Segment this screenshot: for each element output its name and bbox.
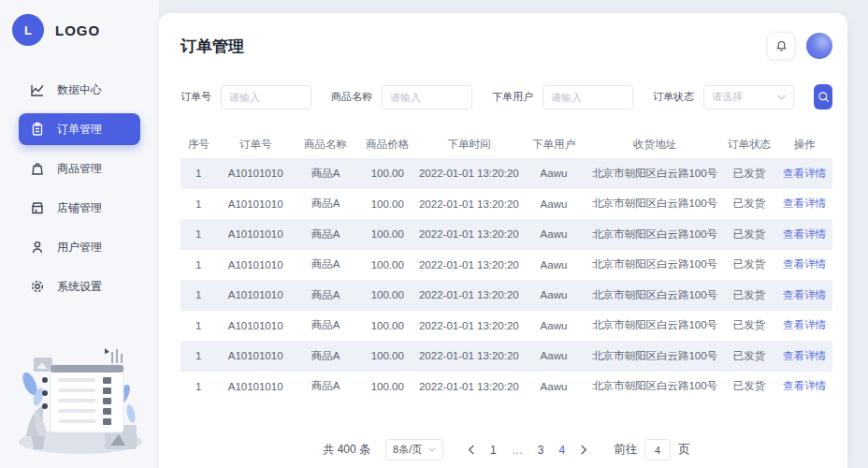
page-number-1[interactable]: 1 bbox=[483, 444, 504, 457]
jump-label: 前往 bbox=[614, 442, 637, 458]
cell-address: 北京市朝阳区白云路100号 bbox=[588, 219, 722, 250]
user-avatar[interactable] bbox=[806, 33, 832, 59]
cell-index: 1 bbox=[181, 311, 216, 342]
column-header: 订单状态 bbox=[721, 130, 776, 158]
cell-product-price: 100.00 bbox=[356, 372, 418, 402]
cell-address: 北京市朝阳区白云路100号 bbox=[588, 158, 722, 189]
sidebar-item-data-center[interactable]: 数据中心 bbox=[19, 74, 140, 106]
cell-order-time: 2022-01-01 13:20:20 bbox=[418, 372, 519, 402]
main-content: 订单管理 订单号 商品名称 下单用户 bbox=[159, 13, 847, 468]
sidebar-item-order-management[interactable]: 订单管理 bbox=[19, 113, 140, 145]
cell-order-no: A10101010 bbox=[216, 250, 295, 281]
sidebar-item-user-management[interactable]: 用户管理 bbox=[19, 231, 140, 263]
cell-product-price: 100.00 bbox=[356, 250, 418, 281]
sidebar-item-store-management[interactable]: 店铺管理 bbox=[19, 192, 140, 224]
cell-action: 查看详情 bbox=[777, 341, 832, 372]
gear-icon bbox=[30, 279, 45, 294]
sidebar: L LOGO 数据中心 订单管理 bbox=[0, 0, 159, 468]
cell-index: 1 bbox=[181, 189, 216, 220]
view-details-link[interactable]: 查看详情 bbox=[783, 258, 826, 270]
chevron-down-icon bbox=[777, 95, 786, 100]
order-status-select[interactable]: 请选择 bbox=[703, 85, 794, 110]
sidebar-menu: 数据中心 订单管理 商品管理 bbox=[0, 74, 159, 302]
logo: L LOGO bbox=[0, 0, 159, 46]
view-details-link[interactable]: 查看详情 bbox=[783, 228, 826, 240]
page-size-value: 8条/页 bbox=[393, 443, 422, 457]
sidebar-item-label: 数据中心 bbox=[57, 82, 102, 98]
cell-order-status: 已发货 bbox=[721, 372, 776, 402]
next-page-button[interactable] bbox=[572, 445, 595, 455]
cell-order-status: 已发货 bbox=[721, 280, 776, 311]
cell-order-user: Aawu bbox=[519, 311, 587, 342]
cell-action: 查看详情 bbox=[777, 280, 832, 311]
product-name-input[interactable] bbox=[382, 85, 472, 110]
total-count: 共 400 条 bbox=[323, 442, 370, 458]
cell-order-user: Aawu bbox=[519, 219, 587, 250]
store-icon bbox=[30, 200, 45, 215]
bell-icon bbox=[774, 39, 788, 53]
cell-order-no: A10101010 bbox=[216, 341, 295, 372]
search-icon bbox=[817, 90, 831, 104]
cell-product-name: 商品A bbox=[295, 311, 356, 342]
jump-to-page-input[interactable] bbox=[644, 439, 671, 461]
cell-order-time: 2022-01-01 13:20:20 bbox=[418, 219, 519, 250]
jump-suffix: 页 bbox=[678, 442, 690, 458]
prev-page-button[interactable] bbox=[460, 445, 483, 455]
filter-order-no: 订单号 bbox=[181, 85, 311, 110]
column-header: 下单时间 bbox=[418, 130, 519, 158]
view-details-link[interactable]: 查看详情 bbox=[783, 289, 826, 300]
cell-order-time: 2022-01-01 13:20:20 bbox=[418, 280, 519, 311]
filter-label: 商品名称 bbox=[331, 90, 372, 104]
table-row: 1 A10101010 商品A 100.00 2022-01-01 13:20:… bbox=[181, 250, 832, 281]
sidebar-item-product-management[interactable]: 商品管理 bbox=[19, 153, 140, 184]
cell-action: 查看详情 bbox=[777, 158, 832, 189]
order-no-input[interactable] bbox=[221, 85, 311, 110]
cell-order-status: 已发货 bbox=[721, 158, 776, 189]
sidebar-item-label: 商品管理 bbox=[57, 161, 102, 177]
cell-product-name: 商品A bbox=[295, 250, 356, 281]
cell-product-price: 100.00 bbox=[356, 189, 418, 220]
cell-index: 1 bbox=[181, 372, 216, 402]
pagination: 共 400 条 8条/页 1 … 3 4 前往 页 bbox=[181, 439, 832, 461]
page-size-select[interactable]: 8条/页 bbox=[385, 439, 443, 461]
cell-action: 查看详情 bbox=[777, 311, 832, 342]
logo-text: LOGO bbox=[55, 22, 100, 38]
column-header: 收货地址 bbox=[588, 130, 722, 158]
cell-order-user: Aawu bbox=[519, 280, 587, 311]
header-actions bbox=[767, 32, 832, 60]
view-details-link[interactable]: 查看详情 bbox=[783, 350, 826, 361]
cell-order-time: 2022-01-01 13:20:20 bbox=[418, 250, 519, 281]
cell-address: 北京市朝阳区白云路100号 bbox=[588, 341, 722, 372]
column-header: 订单号 bbox=[216, 130, 295, 158]
chevron-down-icon bbox=[428, 447, 436, 452]
cell-index: 1 bbox=[181, 158, 216, 189]
cell-order-time: 2022-01-01 13:20:20 bbox=[418, 158, 519, 189]
card-header: 订单管理 bbox=[181, 32, 832, 60]
column-header: 下单用户 bbox=[519, 130, 587, 158]
filter-label: 订单号 bbox=[181, 90, 211, 104]
search-button[interactable] bbox=[814, 84, 832, 110]
page-number-4[interactable]: 4 bbox=[551, 444, 572, 457]
cell-action: 查看详情 bbox=[777, 372, 832, 402]
order-user-input[interactable] bbox=[542, 85, 633, 110]
page-number-3[interactable]: 3 bbox=[530, 444, 552, 457]
filter-bar: 订单号 商品名称 下单用户 订单状态 请选择 bbox=[181, 84, 832, 110]
filter-order-status: 订单状态 请选择 bbox=[653, 85, 794, 110]
view-details-link[interactable]: 查看详情 bbox=[783, 380, 826, 391]
cell-order-no: A10101010 bbox=[216, 158, 295, 189]
page-ellipsis[interactable]: … bbox=[504, 444, 530, 457]
sidebar-item-system-settings[interactable]: 系统设置 bbox=[19, 271, 140, 302]
cell-product-name: 商品A bbox=[295, 280, 356, 311]
sidebar-item-label: 订单管理 bbox=[57, 122, 102, 138]
view-details-link[interactable]: 查看详情 bbox=[783, 197, 826, 209]
page-title: 订单管理 bbox=[181, 36, 244, 57]
orders-table: 序号 订单号 商品名称 商品价格 下单时间 下单用户 收货地址 订单状态 操作 … bbox=[181, 130, 832, 402]
column-header: 操作 bbox=[777, 130, 832, 158]
table-row: 1 A10101010 商品A 100.00 2022-01-01 13:20:… bbox=[181, 280, 832, 311]
cell-order-time: 2022-01-01 13:20:20 bbox=[418, 341, 519, 372]
notification-button[interactable] bbox=[767, 32, 795, 60]
view-details-link[interactable]: 查看详情 bbox=[783, 319, 826, 330]
cell-order-user: Aawu bbox=[519, 250, 587, 281]
orders-table-body: 1 A10101010 商品A 100.00 2022-01-01 13:20:… bbox=[181, 158, 832, 402]
view-details-link[interactable]: 查看详情 bbox=[783, 168, 826, 179]
